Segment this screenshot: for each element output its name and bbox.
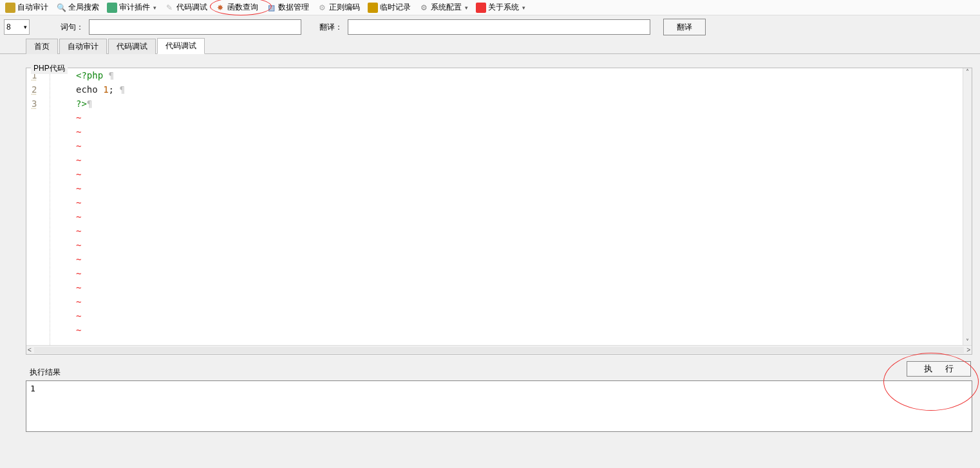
note-icon (368, 3, 378, 13)
empty-line: ~ (76, 111, 963, 125)
plugin-icon (107, 3, 117, 13)
toolbar-regex-encode[interactable]: ⚙ 正则编码 (314, 1, 363, 14)
scroll-down-icon[interactable]: ˅ (966, 338, 969, 345)
toolbar-func-query[interactable]: ✸ 函数查询 (212, 1, 261, 14)
toolbar-label: 自动审计 (17, 2, 48, 13)
empty-line: ~ (76, 125, 963, 139)
chevron-down-icon: ▾ (24, 24, 27, 30)
function-icon: ✸ (215, 3, 225, 13)
code-editor-frame: 123 <?php ¶echo 1; ¶?>¶~~~~~~~~~~~~~~~~ … (26, 68, 972, 355)
result-label: 执行结果 (30, 367, 61, 378)
empty-line: ~ (76, 323, 963, 337)
gear-icon: ⚙ (419, 3, 429, 13)
toolbar-label: 正则编码 (329, 2, 360, 13)
code-editor[interactable]: 123 <?php ¶echo 1; ¶?>¶~~~~~~~~~~~~~~~~ … (26, 68, 972, 354)
code-area[interactable]: <?php ¶echo 1; ¶?>¶~~~~~~~~~~~~~~~~ (50, 68, 963, 345)
empty-line: ~ (76, 167, 963, 182)
toolbar-auto-audit[interactable]: 自动审计 (3, 1, 51, 14)
empty-line: ~ (76, 182, 963, 196)
toolbar-label: 函数查询 (227, 2, 258, 13)
chevron-down-icon: ▾ (465, 5, 468, 11)
toolbar-audit-plugin[interactable]: 审计插件 ▾ (104, 1, 159, 14)
empty-line: ~ (76, 210, 963, 224)
translate-button[interactable]: 翻译 (663, 19, 706, 35)
toolbar-global-search[interactable]: 🔍 全局搜索 (53, 1, 102, 14)
empty-line: ~ (76, 139, 963, 153)
code-line[interactable]: echo 1; ¶ (76, 82, 963, 97)
empty-line: ~ (76, 309, 963, 323)
term-label: 词句： (61, 22, 84, 33)
toolbar-data-manage[interactable]: ▤ 数据管理 (263, 1, 312, 14)
scroll-left-icon[interactable]: < (28, 346, 32, 353)
empty-line: ~ (76, 238, 963, 252)
vertical-scrollbar[interactable]: ˄ ˅ (963, 68, 972, 345)
scroll-up-icon[interactable]: ˄ (966, 68, 969, 75)
term-input[interactable] (89, 19, 301, 35)
toolbar-label: 代码调试 (176, 2, 207, 13)
toolbar-sys-config[interactable]: ⚙ 系统配置 ▾ (416, 1, 471, 14)
tab-3[interactable]: 代码调试 (157, 38, 205, 54)
empty-line: ~ (76, 295, 963, 309)
main-panel: PHP代码 123 <?php ¶echo 1; ¶?>¶~~~~~~~~~~~… (0, 54, 980, 432)
execute-row: 执行结果 执 行 (26, 355, 972, 380)
audit-icon (5, 3, 15, 13)
tab-0[interactable]: 首页 (26, 39, 58, 54)
data-icon: ▤ (266, 3, 276, 13)
main-toolbar: 自动审计 🔍 全局搜索 审计插件 ▾ ✎ 代码调试 ✸ 函数查询 ▤ 数据管理 … (0, 0, 980, 15)
execute-button[interactable]: 执 行 (907, 361, 971, 377)
editor-group-label: PHP代码 (31, 63, 68, 74)
toolbar-label: 关于系统 (488, 2, 519, 13)
chevron-down-icon: ▾ (522, 5, 525, 11)
scroll-right-icon[interactable]: > (966, 346, 970, 353)
result-output[interactable]: 1 (26, 380, 972, 432)
search-translate-bar: 8 ▾ 词句： 翻译： 翻译 (0, 15, 980, 39)
toolbar-label: 全局搜索 (68, 2, 99, 13)
line-gutter: 123 (26, 68, 50, 345)
horizontal-scrollbar[interactable]: < > (26, 345, 972, 354)
dropdown-value: 8 (6, 23, 11, 32)
toolbar-code-debug[interactable]: ✎ 代码调试 (162, 1, 210, 14)
regex-icon: ⚙ (317, 3, 327, 13)
toolbar-label: 临时记录 (380, 2, 411, 13)
translate-input[interactable] (348, 19, 650, 35)
toolbar-label: 审计插件 (119, 2, 150, 13)
empty-line: ~ (76, 281, 963, 295)
empty-line: ~ (76, 224, 963, 238)
search-icon: 🔍 (56, 3, 66, 13)
encoding-dropdown[interactable]: 8 ▾ (4, 19, 30, 35)
toolbar-label: 系统配置 (431, 2, 462, 13)
tab-2[interactable]: 代码调试 (108, 39, 156, 54)
toolbar-about-sys[interactable]: 关于系统 ▾ (473, 1, 528, 14)
debug-icon: ✎ (164, 3, 174, 13)
empty-line: ~ (76, 153, 963, 167)
line-number: 2 (32, 82, 50, 97)
chevron-down-icon: ▾ (153, 5, 156, 11)
code-line[interactable]: <?php ¶ (76, 68, 963, 82)
empty-line: ~ (76, 252, 963, 267)
empty-line: ~ (76, 267, 963, 281)
tab-1[interactable]: 自动审计 (59, 39, 107, 54)
translate-label: 翻译： (319, 22, 343, 33)
tabs-bar: 首页自动审计代码调试代码调试 (0, 39, 980, 54)
info-icon (476, 3, 486, 13)
toolbar-label: 数据管理 (278, 2, 309, 13)
scroll-track[interactable] (34, 347, 964, 353)
result-text: 1 (30, 384, 35, 393)
line-number: 3 (32, 97, 50, 111)
code-line[interactable]: ?>¶ (76, 97, 963, 111)
empty-line: ~ (76, 196, 963, 210)
toolbar-temp-record[interactable]: 临时记录 (365, 1, 413, 14)
